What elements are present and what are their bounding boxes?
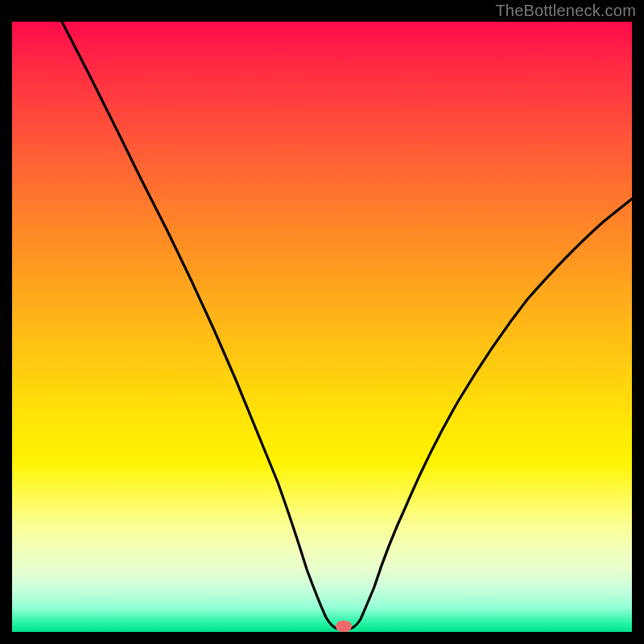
chart-frame: TheBottleneck.com: [0, 0, 644, 644]
optimal-point-marker: [336, 621, 352, 632]
curve-path: [62, 22, 632, 629]
bottleneck-curve: [12, 22, 632, 632]
watermark-text: TheBottleneck.com: [495, 2, 636, 20]
plot-area: [12, 22, 632, 632]
